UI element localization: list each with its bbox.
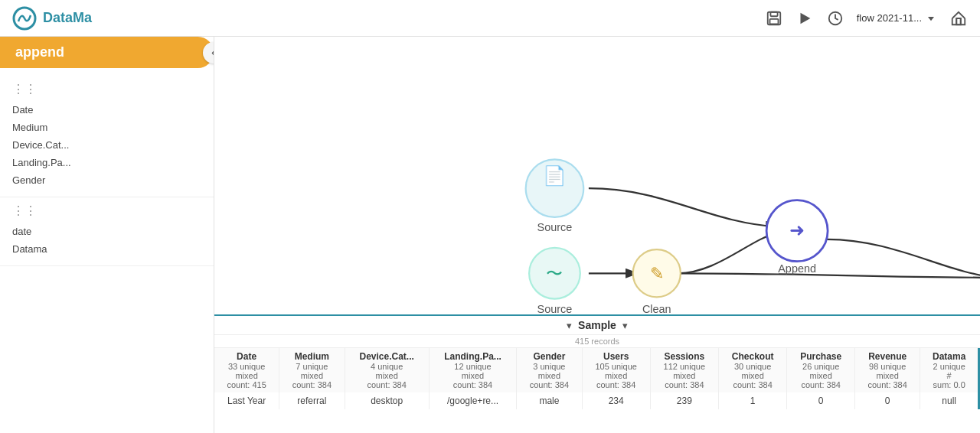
- col-landing: Landing.Pa... 12 uniquemixedcount: 384: [429, 348, 516, 392]
- right-dropdown[interactable]: ▾: [622, 320, 628, 331]
- source2-icon: 〜: [546, 264, 563, 283]
- col-datama-name: Datama: [926, 351, 972, 362]
- table-header-row: Date 33 uniquemixedcount: 415 Medium 7 u…: [214, 348, 979, 392]
- svg-rect-3: [769, 18, 778, 23]
- source1-label: Source: [537, 221, 573, 233]
- append-icon: ➜: [789, 220, 805, 241]
- col-sessions-stats: 112 uniquemixedcount: 384: [657, 362, 712, 389]
- cell-gender: male: [517, 392, 582, 409]
- header-actions: flow 2021-11...: [765, 9, 968, 28]
- canvas-area: 📄 Source ➜ Append 〜 Source ✎ Clean ⊚ Dat…: [214, 37, 980, 433]
- data-table: Date 33 uniquemixedcount: 415 Medium 7 u…: [214, 348, 980, 409]
- clean-label: Clean: [642, 304, 671, 314]
- svg-rect-2: [770, 11, 777, 16]
- source2-label: Source: [537, 304, 573, 314]
- data-panel-header: ▾ Sample ▾: [214, 316, 980, 335]
- col-device-name: Device.Cat...: [351, 351, 423, 362]
- col-revenue-stats: 98 uniquemixedcount: 384: [861, 362, 913, 389]
- col-landing-stats: 12 uniquemixedcount: 384: [436, 362, 510, 389]
- col-device: Device.Cat... 4 uniquemixedcount: 384: [345, 348, 429, 392]
- sidebar-fields-1: Date Medium Device.Cat... Landing.Pa... …: [12, 103, 201, 187]
- right-dropdown-arrow: ▾: [622, 320, 628, 331]
- left-dropdown[interactable]: ▾: [567, 320, 572, 331]
- col-date-name: Date: [220, 351, 273, 362]
- edge-append-datama: [827, 239, 980, 278]
- field-device-cat: Device.Cat...: [12, 138, 201, 152]
- cell-device: desktop: [345, 392, 429, 409]
- cell-checkout: 1: [718, 392, 786, 409]
- col-purchase-name: Purchase: [793, 351, 848, 362]
- col-sessions: Sessions 112 uniquemixedcount: 384: [650, 348, 718, 392]
- sidebar-content: ⋮⋮ Date Medium Device.Cat... Landing.Pa.…: [0, 68, 214, 433]
- flow-diagram: 📄 Source ➜ Append 〜 Source ✎ Clean ⊚ Dat…: [214, 37, 980, 314]
- play-icon[interactable]: [795, 9, 814, 28]
- cell-purchase: 0: [787, 392, 855, 409]
- edge-clean-append: [678, 233, 776, 273]
- edge-source1-append: [589, 188, 776, 226]
- col-date-stats: 33 uniquemixedcount: 415: [220, 362, 273, 389]
- data-panel-title: Sample: [578, 319, 616, 331]
- col-medium-stats: 7 uniquemixedcount: 384: [286, 362, 338, 389]
- append-label: Append: [778, 262, 816, 275]
- flow-name: flow 2021-11...: [857, 12, 922, 24]
- edge-clean-datama: [678, 273, 980, 278]
- logo-icon: [12, 6, 37, 31]
- col-purchase-stats: 26 uniquemixedcount: 384: [793, 362, 848, 389]
- sidebar-section-2: ⋮⋮ date Datama: [0, 197, 214, 266]
- svg-rect-7: [956, 18, 961, 24]
- col-medium: Medium 7 uniquemixedcount: 384: [279, 348, 345, 392]
- cell-users: 234: [582, 392, 650, 409]
- col-datama-stats: 2 unique#sum: 0.0: [926, 362, 972, 389]
- cell-datama: null: [920, 392, 979, 409]
- col-revenue: Revenue 98 uniquemixedcount: 384: [855, 348, 920, 392]
- sidebar-fields-2: date Datama: [12, 224, 201, 256]
- col-gender-name: Gender: [523, 351, 575, 362]
- col-checkout: Checkout 30 uniquemixedcount: 384: [718, 348, 786, 392]
- svg-marker-4: [800, 12, 810, 24]
- col-users-name: Users: [589, 351, 644, 362]
- col-checkout-stats: 30 uniquemixedcount: 384: [725, 362, 780, 389]
- flow-selector[interactable]: flow 2021-11...: [857, 12, 937, 24]
- field-date-lower: date: [12, 224, 201, 239]
- home-icon[interactable]: [949, 9, 968, 28]
- field-date: Date: [12, 103, 201, 117]
- drag-handle-2[interactable]: ⋮⋮: [12, 203, 201, 218]
- cell-revenue: 0: [855, 392, 920, 409]
- records-count: 415 records: [214, 335, 980, 348]
- field-datama: Datama: [12, 242, 201, 256]
- history-icon[interactable]: [826, 9, 844, 28]
- cell-medium: referral: [279, 392, 345, 409]
- logo: DataMa: [12, 6, 92, 31]
- col-sessions-name: Sessions: [657, 351, 712, 362]
- sidebar: append ‹ ⋮⋮ Date Medium Device.Cat... La…: [0, 37, 214, 433]
- save-icon[interactable]: [765, 9, 783, 28]
- table-row: Last Year referral desktop /google+re...…: [214, 392, 979, 409]
- drag-handle-1[interactable]: ⋮⋮: [12, 82, 201, 96]
- data-panel: ▾ Sample ▾ 415 records Date 33 uniquemix…: [214, 314, 980, 433]
- source1-icon: 📄: [543, 164, 567, 187]
- cell-sessions: 239: [650, 392, 718, 409]
- field-gender: Gender: [12, 173, 201, 187]
- main-layout: append ‹ ⋮⋮ Date Medium Device.Cat... La…: [0, 37, 980, 433]
- col-device-stats: 4 uniquemixedcount: 384: [351, 362, 423, 389]
- col-date: Date 33 uniquemixedcount: 415: [214, 348, 279, 392]
- svg-marker-6: [928, 17, 934, 21]
- col-gender-stats: 3 uniquemixedcount: 384: [523, 362, 575, 389]
- col-users: Users 105 uniquemixedcount: 384: [582, 348, 650, 392]
- app-header: DataMa flow 2021-11...: [0, 0, 980, 37]
- field-medium: Medium: [12, 120, 201, 135]
- col-users-stats: 105 uniquemixedcount: 384: [589, 362, 644, 389]
- sidebar-section-1: ⋮⋮ Date Medium Device.Cat... Landing.Pa.…: [0, 76, 214, 197]
- col-checkout-name: Checkout: [725, 351, 780, 362]
- col-revenue-name: Revenue: [861, 351, 913, 362]
- sidebar-title: append: [15, 44, 64, 60]
- col-landing-name: Landing.Pa...: [436, 351, 510, 362]
- col-gender: Gender 3 uniquemixedcount: 384: [517, 348, 582, 392]
- dropdown-icon: [925, 12, 937, 24]
- col-purchase: Purchase 26 uniquemixedcount: 384: [787, 348, 855, 392]
- col-medium-name: Medium: [286, 351, 338, 362]
- logo-text: DataMa: [43, 10, 92, 26]
- cell-landing: /google+re...: [429, 392, 516, 409]
- sidebar-header: append: [0, 37, 214, 68]
- col-datama: Datama 2 unique#sum: 0.0: [920, 348, 979, 392]
